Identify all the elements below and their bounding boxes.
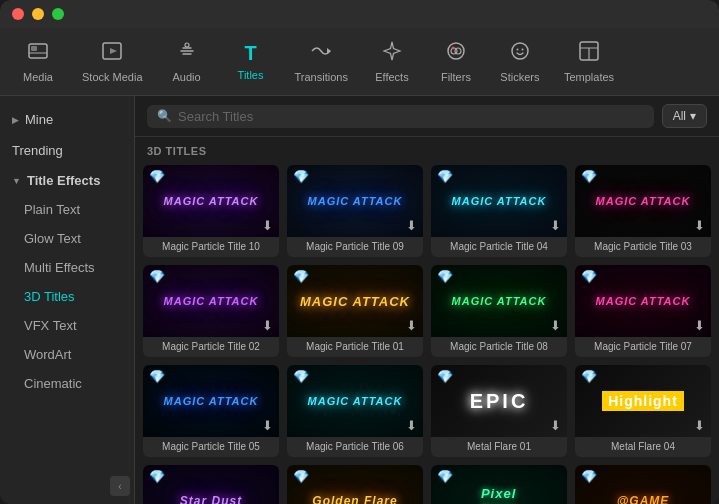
title-bar: [0, 0, 719, 28]
effects-icon: [381, 40, 403, 67]
search-icon: 🔍: [157, 109, 172, 123]
sidebar-glow-text[interactable]: Glow Text: [0, 224, 134, 253]
download-icon-mf01: ⬇: [550, 418, 561, 433]
fav-icon-mp09: 💎: [293, 169, 309, 184]
section-label: 3D TITLES: [135, 137, 719, 161]
transitions-label: Transitions: [295, 71, 348, 83]
search-input-wrap[interactable]: 🔍: [147, 105, 654, 128]
fav-icon-mp08: 💎: [437, 269, 453, 284]
card-mp03[interactable]: 💎 MAGIC ATTACK ⬇ Magic Particle Title 03: [575, 165, 711, 257]
card-label-mp03: Magic Particle Title 03: [575, 237, 711, 257]
thumb-mf04: 💎 Highlight ⬇: [575, 365, 711, 437]
sidebar-mine[interactable]: ▶ Mine: [0, 104, 134, 135]
templates-label: Templates: [564, 71, 614, 83]
thumb-mp01: 💎 MAGIC ATTACK ⬇: [287, 265, 423, 337]
card-mp01[interactable]: 💎 MAGIC ATTACK ⬇ Magic Particle Title 01: [287, 265, 423, 357]
templates-icon: [578, 40, 600, 67]
fav-icon-mp10: 💎: [149, 169, 165, 184]
filters-icon: [445, 40, 467, 67]
svg-point-7: [448, 43, 464, 59]
content-area: 🔍 All ▾ 3D TITLES 💎 MAGIC ATTACK ⬇: [135, 96, 719, 504]
stickers-icon: [509, 40, 531, 67]
svg-point-11: [512, 43, 528, 59]
toolbar-audio[interactable]: Audio: [157, 34, 217, 89]
card-gf01[interactable]: 💎 Golden Flare ⬇ Golden Flare: [287, 465, 423, 504]
sidebar-wordart[interactable]: WordArt: [0, 340, 134, 369]
mine-arrow-icon: ▶: [12, 115, 19, 125]
download-icon-mf04: ⬇: [694, 418, 705, 433]
toolbar-filters[interactable]: Filters: [426, 34, 486, 89]
card-mf01[interactable]: 💎 EPIC ⬇ Metal Flare 01: [431, 365, 567, 457]
fav-icon-mf04: 💎: [581, 369, 597, 384]
thumb-gm01: 💎 @GAME ⬇: [575, 465, 711, 504]
card-label-mp01: Magic Particle Title 01: [287, 337, 423, 357]
audio-label: Audio: [172, 71, 200, 83]
svg-point-12: [516, 49, 518, 51]
card-mp02[interactable]: 💎 MAGIC ATTACK ⬇ Magic Particle Title 02: [143, 265, 279, 357]
sidebar-3d-titles[interactable]: 3D Titles: [0, 282, 134, 311]
fav-icon-mp05: 💎: [149, 369, 165, 384]
sidebar-multi-effects[interactable]: Multi Effects: [0, 253, 134, 282]
sidebar-cinematic[interactable]: Cinematic: [0, 369, 134, 398]
main-area: ▶ Mine Trending ▼ Title Effects Plain Te…: [0, 96, 719, 504]
fav-icon-mp07: 💎: [581, 269, 597, 284]
download-icon-mp10: ⬇: [262, 218, 273, 233]
search-bar: 🔍 All ▾: [135, 96, 719, 137]
card-label-mp08: Magic Particle Title 08: [431, 337, 567, 357]
sidebar-trending[interactable]: Trending: [0, 135, 134, 166]
thumb-mp02: 💎 MAGIC ATTACK ⬇: [143, 265, 279, 337]
thumb-sd01: 💎 Star Dust ⬇: [143, 465, 279, 504]
sidebar-vfx-text[interactable]: VFX Text: [0, 311, 134, 340]
fav-icon-mf01: 💎: [437, 369, 453, 384]
thumb-mp09: 💎 MAGIC ATTACK ⬇: [287, 165, 423, 237]
minimize-button[interactable]: [32, 8, 44, 20]
svg-point-9: [455, 48, 461, 54]
audio-icon: [176, 40, 198, 67]
card-mp08[interactable]: 💎 MAGIC ATTACK ⬇ Magic Particle Title 08: [431, 265, 567, 357]
svg-point-10: [451, 47, 454, 50]
thumb-mp08: 💎 MAGIC ATTACK ⬇: [431, 265, 567, 337]
filter-button[interactable]: All ▾: [662, 104, 707, 128]
card-label-mf01: Metal Flare 01: [431, 437, 567, 457]
download-icon-mp07: ⬇: [694, 318, 705, 333]
card-mp09[interactable]: 💎 MAGIC ATTACK ⬇ Magic Particle Title 09: [287, 165, 423, 257]
fav-icon-mp04: 💎: [437, 169, 453, 184]
search-input[interactable]: [178, 109, 644, 124]
transitions-icon: [310, 40, 332, 67]
titles-grid: 💎 MAGIC ATTACK ⬇ Magic Particle Title 10…: [143, 165, 711, 504]
download-icon-mp01: ⬇: [406, 318, 417, 333]
stock-media-icon: [101, 40, 123, 67]
card-mp04[interactable]: 💎 MAGIC ATTACK ⬇ Magic Particle Title 04: [431, 165, 567, 257]
close-button[interactable]: [12, 8, 24, 20]
thumb-mp07: 💎 MAGIC ATTACK ⬇: [575, 265, 711, 337]
toolbar-media[interactable]: Media: [8, 34, 68, 89]
maximize-button[interactable]: [52, 8, 64, 20]
toolbar-transitions[interactable]: Transitions: [285, 34, 358, 89]
toolbar-stock-media[interactable]: Stock Media: [72, 34, 153, 89]
thumb-mp05: 💎 MAGIC ATTACK ⬇: [143, 365, 279, 437]
card-mp05[interactable]: 💎 MAGIC ATTACK ⬇ Magic Particle Title 05: [143, 365, 279, 457]
card-gm01[interactable]: 💎 @GAME ⬇ Game: [575, 465, 711, 504]
card-label-mp09: Magic Particle Title 09: [287, 237, 423, 257]
toolbar-titles[interactable]: T Titles: [221, 36, 281, 87]
sidebar-plain-text[interactable]: Plain Text: [0, 195, 134, 224]
card-mp10[interactable]: 💎 MAGIC ATTACK ⬇ Magic Particle Title 10: [143, 165, 279, 257]
fav-icon-gm01: 💎: [581, 469, 597, 484]
toolbar-templates[interactable]: Templates: [554, 34, 624, 89]
grid-scroll[interactable]: 💎 MAGIC ATTACK ⬇ Magic Particle Title 10…: [135, 161, 719, 504]
sidebar-title-effects[interactable]: ▼ Title Effects: [0, 166, 134, 195]
card-mf04[interactable]: 💎 Highlight ⬇ Metal Flare 04: [575, 365, 711, 457]
card-mp07[interactable]: 💎 MAGIC ATTACK ⬇ Magic Particle Title 07: [575, 265, 711, 357]
filters-label: Filters: [441, 71, 471, 83]
card-pf01[interactable]: 💎 PixelFlare ⬇ Pixel Flare: [431, 465, 567, 504]
thumb-mp03: 💎 MAGIC ATTACK ⬇: [575, 165, 711, 237]
download-icon-mp04: ⬇: [550, 218, 561, 233]
toolbar-stickers[interactable]: Stickers: [490, 34, 550, 89]
sidebar-collapse-button[interactable]: ‹: [110, 476, 130, 496]
download-icon-mp02: ⬇: [262, 318, 273, 333]
card-mp06[interactable]: 💎 MAGIC ATTACK ⬇ Magic Particle Title 06: [287, 365, 423, 457]
toolbar-effects[interactable]: Effects: [362, 34, 422, 89]
filter-chevron-icon: ▾: [690, 109, 696, 123]
download-icon-mp05: ⬇: [262, 418, 273, 433]
card-sd01[interactable]: 💎 Star Dust ⬇ Star Dust: [143, 465, 279, 504]
